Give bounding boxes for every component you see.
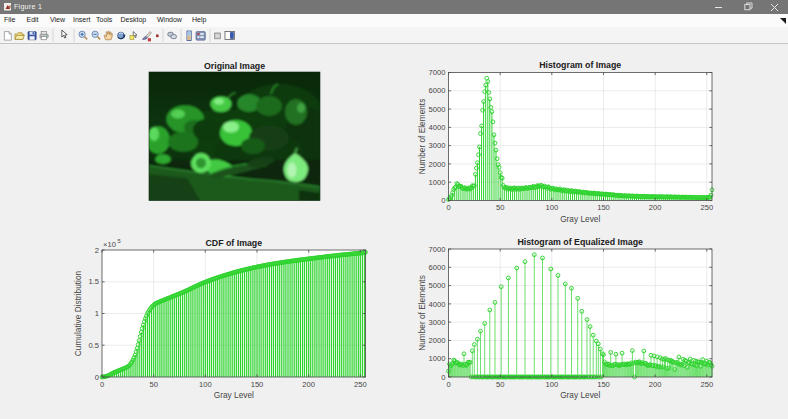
svg-text:0: 0 bbox=[100, 380, 104, 389]
svg-text:7000: 7000 bbox=[429, 245, 446, 254]
svg-text:0: 0 bbox=[446, 380, 450, 389]
svg-text:150: 150 bbox=[597, 203, 610, 212]
svg-text:4000: 4000 bbox=[429, 300, 446, 309]
svg-text:5000: 5000 bbox=[429, 281, 446, 290]
svg-text:Histogram of Image: Histogram of Image bbox=[539, 60, 621, 70]
svg-text:2000: 2000 bbox=[429, 160, 446, 169]
svg-text:6000: 6000 bbox=[429, 263, 446, 272]
svg-text:0: 0 bbox=[441, 373, 445, 382]
svg-text:Gray Level: Gray Level bbox=[560, 390, 600, 400]
svg-text:3000: 3000 bbox=[429, 318, 446, 327]
svg-text:2000: 2000 bbox=[429, 336, 446, 345]
svg-text:Gray Level: Gray Level bbox=[560, 214, 600, 224]
svg-text:200: 200 bbox=[302, 380, 315, 389]
svg-text:Gray Level: Gray Level bbox=[214, 390, 254, 400]
svg-text:100: 100 bbox=[199, 380, 212, 389]
svg-text:5: 5 bbox=[118, 238, 121, 244]
svg-text:Number of Elements: Number of Elements bbox=[417, 99, 427, 175]
svg-text:150: 150 bbox=[597, 380, 610, 389]
svg-text:250: 250 bbox=[700, 380, 713, 389]
svg-text:CDF of Image: CDF of Image bbox=[205, 238, 262, 248]
svg-text:6000: 6000 bbox=[429, 86, 446, 95]
svg-text:Number of Elements: Number of Elements bbox=[417, 275, 427, 351]
svg-text:Original Image: Original Image bbox=[204, 61, 265, 71]
svg-text:100: 100 bbox=[545, 203, 558, 212]
svg-text:Cumulative Distribution: Cumulative Distribution bbox=[73, 270, 83, 356]
svg-text:1000: 1000 bbox=[429, 178, 446, 187]
svg-text:0.5: 0.5 bbox=[88, 341, 99, 350]
svg-text:50: 50 bbox=[496, 203, 504, 212]
svg-text:200: 200 bbox=[649, 380, 662, 389]
svg-text:50: 50 bbox=[149, 380, 157, 389]
svg-text:5000: 5000 bbox=[429, 105, 446, 114]
svg-text:7000: 7000 bbox=[429, 68, 446, 77]
svg-text:250: 250 bbox=[354, 380, 367, 389]
svg-text:2: 2 bbox=[95, 246, 99, 255]
svg-text:250: 250 bbox=[700, 203, 713, 212]
svg-text:1: 1 bbox=[95, 309, 99, 318]
svg-text:0: 0 bbox=[446, 203, 450, 212]
svg-text:100: 100 bbox=[545, 380, 558, 389]
svg-text:1.5: 1.5 bbox=[88, 277, 99, 286]
svg-text:50: 50 bbox=[496, 380, 504, 389]
svg-text:1000: 1000 bbox=[429, 354, 446, 363]
svg-text:200: 200 bbox=[649, 203, 662, 212]
svg-text:3000: 3000 bbox=[429, 141, 446, 150]
svg-text:4000: 4000 bbox=[429, 123, 446, 132]
svg-text:0: 0 bbox=[441, 196, 445, 205]
svg-text:150: 150 bbox=[251, 380, 264, 389]
svg-text:×10: ×10 bbox=[103, 240, 116, 249]
svg-text:0: 0 bbox=[95, 373, 99, 382]
svg-text:Histogram of Equalized Image: Histogram of Equalized Image bbox=[517, 237, 643, 247]
